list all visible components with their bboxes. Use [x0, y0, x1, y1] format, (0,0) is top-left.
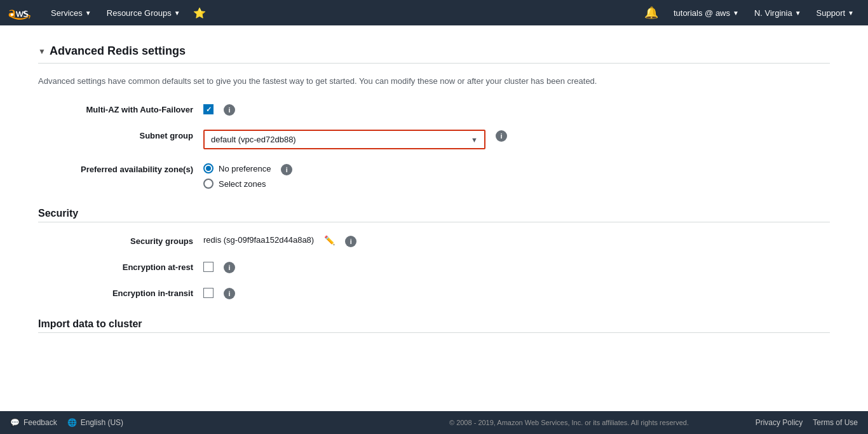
encryption-rest-row: Encryption at-rest i [38, 261, 635, 273]
security-divider [38, 222, 830, 222]
privacy-policy-link[interactable]: Privacy Policy [756, 418, 803, 427]
subnet-group-info-icon[interactable]: i [496, 130, 507, 142]
services-label: Services [51, 8, 83, 18]
aws-logo[interactable] [8, 5, 33, 20]
section-title: Advanced Redis settings [50, 44, 186, 58]
bookmark-icon: ⭐ [193, 7, 206, 19]
security-title: Security [38, 208, 830, 219]
security-groups-info-icon[interactable]: i [345, 236, 356, 247]
multi-az-info-icon[interactable]: i [224, 104, 235, 116]
navbar-left: Services ▼ Resource Groups ▼ ⭐ [8, 0, 638, 25]
support-menu[interactable]: Support ▼ [810, 0, 860, 25]
section-divider [38, 63, 830, 64]
multi-az-label: Multi-AZ with Auto-Failover [38, 104, 203, 114]
user-chevron-icon: ▼ [733, 10, 739, 17]
preferred-az-label: Preferred availability zone(s) [38, 163, 203, 174]
preferred-az-row: Preferred availability zone(s) No prefer… [38, 163, 635, 189]
subnet-group-label: Subnet group [38, 130, 203, 140]
multi-az-control: i [203, 104, 635, 116]
security-section: Security Security groups redis (sg-09f9f… [38, 208, 830, 299]
encryption-transit-info-icon[interactable]: i [224, 288, 235, 299]
region-label: N. Virginia [754, 8, 792, 18]
user-menu[interactable]: tutorials @ aws ▼ [667, 0, 745, 25]
navbar: Services ▼ Resource Groups ▼ ⭐ 🔔 tutoria… [0, 0, 868, 25]
no-preference-label: No preference [219, 164, 271, 173]
select-zones-radio[interactable] [203, 179, 214, 189]
no-preference-option[interactable]: No preference [203, 163, 271, 173]
footer-right: Privacy Policy Terms of Use [756, 418, 858, 427]
import-divider [38, 332, 830, 333]
subnet-group-control: default (vpc-ed72db88) ▼ i [203, 130, 635, 149]
copyright-text: © 2008 - 2019, Amazon Web Services, Inc.… [449, 419, 689, 426]
feedback-label: Feedback [24, 418, 57, 427]
encryption-transit-label: Encryption in-transit [38, 287, 203, 298]
services-chevron-icon: ▼ [85, 10, 92, 17]
no-preference-radio[interactable] [203, 163, 214, 173]
encryption-rest-label: Encryption at-rest [38, 261, 203, 272]
select-zones-label: Select zones [219, 179, 266, 189]
support-label: Support [817, 8, 846, 18]
main-content: ▼ Advanced Redis settings Advanced setti… [0, 25, 868, 411]
support-chevron-icon: ▼ [848, 10, 854, 17]
subnet-group-select-wrapper: default (vpc-ed72db88) ▼ [203, 130, 485, 149]
language-selector[interactable]: 🌐 English (US) [67, 418, 123, 427]
import-title: Import data to cluster [38, 318, 830, 330]
multi-az-checkbox[interactable] [203, 104, 214, 114]
security-groups-control: redis (sg-09f9faa152d44a8a8) ✏️ i [203, 235, 635, 247]
region-chevron-icon: ▼ [795, 10, 801, 17]
footer: 💬 Feedback 🌐 English (US) © 2008 - 2019,… [0, 411, 868, 434]
feedback-button[interactable]: 💬 Feedback [10, 418, 57, 427]
encryption-rest-control: i [203, 261, 635, 273]
user-label: tutorials @ aws [674, 8, 730, 18]
encryption-transit-checkbox[interactable] [203, 288, 214, 298]
bookmark-nav[interactable]: ⭐ [188, 0, 211, 25]
security-groups-value: redis (sg-09f9faa152d44a8a8) [203, 235, 314, 245]
encryption-transit-control: i [203, 287, 635, 299]
footer-copyright: © 2008 - 2019, Amazon Web Services, Inc.… [383, 419, 755, 426]
preferred-az-options: No preference Select zones [203, 163, 271, 189]
edit-icon[interactable]: ✏️ [324, 235, 335, 245]
select-zones-option[interactable]: Select zones [203, 179, 271, 189]
encryption-rest-info-icon[interactable]: i [224, 262, 235, 273]
security-groups-label: Security groups [38, 235, 203, 246]
resource-groups-chevron-icon: ▼ [174, 10, 180, 17]
security-groups-row: Security groups redis (sg-09f9faa152d44a… [38, 235, 635, 247]
language-label: English (US) [81, 418, 123, 427]
section-description: Advanced settings have common defaults s… [38, 76, 654, 86]
multi-az-row: Multi-AZ with Auto-Failover i [38, 104, 635, 116]
preferred-az-info-icon[interactable]: i [281, 164, 292, 175]
navbar-right: 🔔 tutorials @ aws ▼ N. Virginia ▼ Suppor… [638, 0, 860, 25]
globe-icon: 🌐 [67, 418, 77, 427]
resource-groups-label: Resource Groups [107, 8, 172, 18]
resource-groups-nav[interactable]: Resource Groups ▼ [99, 0, 188, 25]
terms-of-use-link[interactable]: Terms of Use [813, 418, 858, 427]
services-nav[interactable]: Services ▼ [43, 0, 99, 25]
preferred-az-control: No preference Select zones i [203, 163, 635, 189]
encryption-rest-checkbox[interactable] [203, 262, 214, 272]
footer-left: 💬 Feedback 🌐 English (US) [10, 418, 383, 427]
region-menu[interactable]: N. Virginia ▼ [748, 0, 808, 25]
advanced-section-header: ▼ Advanced Redis settings [38, 44, 830, 58]
bell-icon[interactable]: 🔔 [638, 6, 665, 20]
feedback-bubble-icon: 💬 [10, 418, 20, 427]
encryption-transit-row: Encryption in-transit i [38, 287, 635, 299]
subnet-group-row: Subnet group default (vpc-ed72db88) ▼ i [38, 130, 635, 149]
collapse-arrow-icon[interactable]: ▼ [38, 47, 46, 56]
subnet-group-select[interactable]: default (vpc-ed72db88) [205, 131, 484, 148]
import-section: Import data to cluster [38, 318, 830, 333]
